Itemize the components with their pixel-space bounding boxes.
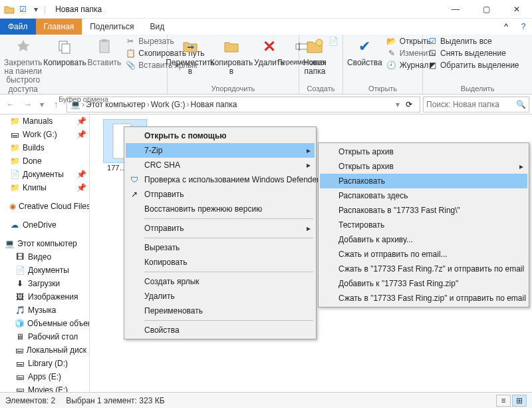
submenu-arrow-icon: ▸: [307, 224, 311, 233]
ctx-7z-compress-7z-email[interactable]: Сжать в "17733 Fast Ring.7z" и отправить…: [320, 262, 527, 276]
search-box[interactable]: 🔍: [423, 97, 529, 112]
select-group-label: Выделить: [427, 83, 528, 93]
nav-back-button[interactable]: ←: [3, 97, 19, 112]
new-folder-button[interactable]: Новая папка: [303, 36, 327, 76]
ctx-7z-extract-to[interactable]: Распаковать в "17733 Fast Ring\": [320, 203, 527, 218]
copy-to-button[interactable]: Копировать в: [213, 36, 250, 76]
select-none-icon: ☐: [427, 48, 438, 59]
copy-button[interactable]: Копировать: [46, 36, 83, 67]
select-none-button[interactable]: ☐Снять выделение: [427, 48, 519, 59]
ctx-copy[interactable]: Копировать: [126, 255, 315, 270]
svg-point-6: [316, 39, 323, 46]
qat-checkbox-icon[interactable]: ☑: [17, 4, 28, 15]
invert-selection-button[interactable]: ◩Обратить выделение: [427, 60, 519, 71]
ctx-7z-add-archive[interactable]: Добавить к архиву...: [320, 232, 527, 247]
folder-icon: [4, 4, 15, 15]
qat-dropdown-icon[interactable]: ▾: [31, 4, 41, 15]
folder-icon: 📄: [9, 169, 20, 180]
address-bar: ← → ▾ ↑ 💻 › Этот компьютер › Work (G:) ›…: [0, 95, 532, 114]
sidebar-item[interactable]: 🖼Изображения: [0, 290, 89, 304]
pin-icon: [13, 36, 34, 57]
ctx-create-shortcut[interactable]: Создать ярлык: [126, 274, 315, 289]
sidebar-item[interactable]: 📁Клипы📌: [0, 181, 89, 194]
breadcrumb-dropdown-icon[interactable]: ▾: [396, 100, 400, 109]
breadcrumb-part[interactable]: Work (G:): [151, 100, 186, 109]
sidebar-item[interactable]: 📄Документы📌: [0, 168, 89, 181]
folder-icon: 📁: [9, 156, 20, 166]
ctx-7z-extract-here[interactable]: Распаковать здесь: [320, 188, 527, 203]
nav-forward-button[interactable]: →: [20, 97, 36, 112]
sidebar-item[interactable]: 🖴Library (D:): [0, 357, 89, 370]
drive-icon: 🎞: [15, 252, 25, 262]
select-all-button[interactable]: ☑Выделить все: [427, 36, 519, 47]
view-icons-button[interactable]: ⊞: [512, 395, 527, 407]
pin-icon: 📌: [76, 183, 86, 192]
sidebar-item[interactable]: 📁Builds: [0, 141, 89, 154]
properties-button[interactable]: ✔Свойства: [347, 36, 382, 67]
ctx-defender[interactable]: 🛡Проверка с использованием Windows Defen…: [126, 172, 315, 187]
pin-to-quick-access-button[interactable]: Закрепить на панели быстрого доступа: [4, 36, 42, 94]
sidebar-item-this-pc[interactable]: 💻Этот компьютер: [0, 237, 89, 250]
sidebar-item[interactable]: 🎵Музыка: [0, 304, 89, 317]
sidebar-item[interactable]: 🖴Apps (E:): [0, 370, 89, 383]
paste-button[interactable]: Вставить: [87, 36, 121, 67]
sidebar-item[interactable]: ⬇Загрузки: [0, 277, 89, 290]
help-button[interactable]: ?: [515, 19, 532, 35]
ctx-7z-add-zip[interactable]: Добавить к "17733 Fast Ring.zip": [320, 276, 527, 291]
ctx-7z-open-archive-sub[interactable]: Открыть архив▸: [320, 159, 527, 174]
tab-view[interactable]: Вид: [142, 19, 172, 35]
paste-icon: [94, 36, 115, 57]
sidebar-item[interactable]: 🖴Movies (F:): [0, 383, 89, 392]
tab-home[interactable]: Главная: [36, 19, 82, 35]
ctx-delete[interactable]: Удалить: [126, 289, 315, 304]
close-button[interactable]: ✕: [501, 0, 532, 19]
sidebar-item[interactable]: 📁Manuals📌: [0, 114, 89, 128]
sidebar-item[interactable]: 🧊Объемные объекты: [0, 317, 89, 330]
view-details-button[interactable]: ≡: [496, 395, 511, 407]
maximize-button[interactable]: ▢: [471, 0, 501, 19]
status-selection: Выбран 1 элемент: 323 КБ: [66, 396, 164, 405]
ctx-7z-compress-zip-email[interactable]: Сжать в "17733 Fast Ring.zip" и отправит…: [320, 291, 527, 306]
ctx-properties[interactable]: Свойства: [126, 323, 315, 337]
tab-share[interactable]: Поделиться: [82, 19, 142, 35]
new-group-label: Создать: [303, 83, 338, 93]
sidebar-item-onedrive[interactable]: ☁OneDrive: [0, 218, 89, 232]
search-input[interactable]: [426, 100, 516, 109]
sidebar-item[interactable]: 📄Документы: [0, 264, 89, 277]
new-item-button[interactable]: 📄: [328, 36, 338, 47]
ctx-7zip[interactable]: 7-Zip▸: [126, 143, 315, 158]
svg-rect-2: [100, 41, 109, 53]
minimize-button[interactable]: —: [440, 0, 471, 19]
ribbon-collapse-button[interactable]: ^: [497, 19, 515, 35]
ctx-7z-compress-email[interactable]: Сжать и отправить по email...: [320, 247, 527, 262]
breadcrumb-part[interactable]: Новая папка: [191, 100, 237, 109]
ctx-rename[interactable]: Переименовать: [126, 304, 315, 318]
nav-up-button[interactable]: ↑: [48, 97, 64, 112]
new-folder-icon: [305, 36, 326, 57]
breadcrumb-part[interactable]: Этот компьютер: [86, 100, 146, 109]
drive-icon: 🎵: [15, 305, 25, 315]
ctx-cut[interactable]: Вырезать: [126, 240, 315, 255]
tab-file[interactable]: Файл: [0, 19, 36, 35]
ctx-7z-open-archive[interactable]: Открыть архив: [320, 144, 527, 159]
ctx-7z-extract[interactable]: Распаковать: [320, 174, 527, 188]
ctx-send-to[interactable]: Отправить▸: [126, 221, 315, 236]
move-to-button[interactable]: Переместить в: [172, 36, 209, 76]
sidebar-item[interactable]: 📁Done: [0, 154, 89, 168]
breadcrumb[interactable]: 💻 › Этот компьютер › Work (G:) › Новая п…: [66, 97, 420, 112]
navigation-sidebar[interactable]: 📁Manuals📌🖴Work (G:)📌📁Builds📁Done📄Докумен…: [0, 114, 90, 392]
sidebar-item[interactable]: 🖴Локальный диск: [0, 343, 89, 357]
ctx-crc-sha[interactable]: CRC SHA▸: [126, 158, 315, 172]
ctx-restore-version[interactable]: Восстановить прежнюю версию: [126, 202, 315, 216]
sidebar-item[interactable]: 🎞Видео: [0, 250, 89, 264]
sidebar-item[interactable]: 🖴Work (G:)📌: [0, 128, 89, 141]
ctx-send[interactable]: ↗Отправить: [126, 187, 315, 202]
ctx-open-with[interactable]: Открыть с помощью: [126, 128, 315, 143]
refresh-button[interactable]: ⟳: [401, 100, 417, 109]
nav-recent-button[interactable]: ▾: [37, 97, 47, 112]
sidebar-item[interactable]: 🖥Рабочий стол: [0, 330, 89, 343]
invert-selection-icon: ◩: [427, 60, 438, 71]
search-icon: 🔍: [516, 100, 526, 109]
ctx-7z-test[interactable]: Тестировать: [320, 218, 527, 232]
sidebar-item-creative-cloud[interactable]: ◉Creative Cloud Files: [0, 200, 89, 213]
